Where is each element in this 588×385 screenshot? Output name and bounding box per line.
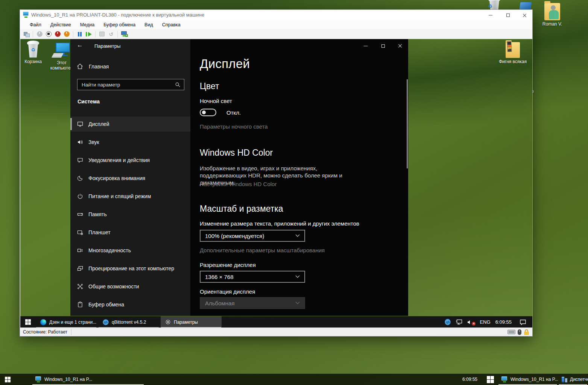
vmconnect-statusbar: Состояние: Работает [20, 327, 532, 336]
host-task-vmconnect[interactable]: Windows_10_R1 на P... [32, 374, 144, 385]
sidebar-item-label: Проецирование на этот компьютер [88, 265, 174, 271]
scale-value: 100% (рекомендуется) [205, 233, 264, 239]
settings-scrollbar[interactable] [407, 79, 408, 168]
lock-icon [524, 329, 529, 335]
settings-close-button[interactable] [394, 42, 406, 50]
scale-label: Изменение размера текста, приложений и д… [200, 220, 359, 227]
storage-icon [77, 211, 83, 217]
sidebar-section-system: Система [77, 99, 100, 105]
host-partial-icon[interactable] [520, 2, 532, 9]
sidebar-item-sound[interactable]: Звук [70, 135, 190, 150]
action-center-icon[interactable] [520, 319, 526, 325]
windows-logo-icon [487, 376, 494, 383]
night-light-toggle[interactable] [200, 109, 216, 116]
vm-clock[interactable]: 6:09:55 [495, 319, 512, 325]
volume-muted-icon[interactable]: ✕ [467, 319, 475, 325]
sidebar-item-shared-experiences[interactable]: Общие возможности [70, 279, 190, 294]
settings-nav: Дисплей Звук Уведомления и действия [70, 117, 190, 315]
sidebar-item-notifications[interactable]: Уведомления и действия [70, 153, 190, 168]
host-task-vmconnect-label: Windows_10_R1 на P... [44, 377, 92, 382]
menu-file[interactable]: Файл [25, 21, 46, 29]
settings-minimize-button[interactable] [360, 42, 372, 50]
host-start-button-2[interactable] [483, 374, 498, 385]
vmconnect-minimize-button[interactable] [485, 12, 496, 19]
mouse-capture-icon[interactable] [518, 329, 521, 335]
vm-recycle-bin-label: Корзина [20, 59, 47, 64]
vm-desktop: ♻ Корзина Этот компьютер Фигня всякая ← … [20, 39, 532, 328]
vmconnect-task-icon [501, 376, 508, 382]
checkpoint-icon[interactable] [99, 31, 105, 38]
revert-icon[interactable]: ↺ [108, 31, 114, 38]
resolution-dropdown[interactable]: 1366 × 768 [200, 271, 305, 283]
language-indicator[interactable]: ENG [480, 319, 490, 325]
scale-heading: Масштаб и разметка [200, 204, 283, 214]
shut-down-icon[interactable] [63, 31, 70, 38]
vm-task-settings[interactable]: Параметры [161, 316, 222, 328]
multitasking-icon [77, 247, 83, 253]
menu-view[interactable]: Вид [140, 21, 158, 29]
host-task-vmconnect-2[interactable]: Windows_10_R1 на P... [498, 374, 558, 385]
vm-task-qbittorrent[interactable]: qb qBittorrent v4.5.2 [98, 316, 159, 328]
scale-dropdown[interactable]: 100% (рекомендуется) [200, 230, 305, 242]
vmconnect-close-button[interactable] [519, 12, 530, 19]
moon-icon [77, 175, 83, 181]
settings-app-title: Параметры [94, 43, 120, 49]
ctrl-alt-del-icon[interactable] [23, 31, 30, 38]
sidebar-item-storage[interactable]: Память [70, 207, 190, 222]
sidebar-item-display[interactable]: Дисплей [70, 117, 190, 132]
advanced-scaling-link[interactable]: Дополнительные параметры масштабирования [200, 247, 325, 253]
turn-off-icon[interactable] [54, 31, 61, 38]
vm-stuff-folder-icon[interactable]: Фигня всякая [498, 42, 527, 64]
sidebar-item-clipboard[interactable]: Буфер обмена [70, 297, 190, 312]
settings-maximize-button[interactable] [377, 42, 389, 50]
host-clock[interactable]: 6:09:55 [457, 374, 483, 385]
search-icon[interactable] [175, 82, 181, 88]
hdr-settings-link[interactable]: Настройки Windows HD Color [200, 181, 277, 187]
back-arrow-icon[interactable]: ← [77, 41, 83, 49]
vm-start-button[interactable] [20, 316, 35, 328]
menu-help[interactable]: Справка [158, 21, 185, 29]
vm-task-edge[interactable]: Дзен и еще 1 страни... [36, 316, 97, 328]
stop-vm-icon[interactable] [45, 31, 52, 38]
resolution-label: Разрешение дисплея [200, 262, 256, 268]
sidebar-item-focus[interactable]: Фокусировка внимания [70, 171, 190, 186]
vm-recycle-bin-icon[interactable]: ♻ Корзина [20, 41, 47, 64]
start-vm-icon[interactable] [36, 31, 43, 38]
color-heading: Цвет [200, 81, 219, 91]
sidebar-item-home[interactable]: Главная [77, 63, 109, 70]
enhanced-session-icon[interactable]: + [121, 31, 128, 38]
sidebar-item-multitasking[interactable]: Многозадачность [70, 243, 190, 258]
sidebar-item-projecting[interactable]: Проецирование на этот компьютер [70, 261, 190, 276]
night-light-settings-link[interactable]: Параметры ночного света [200, 123, 268, 130]
power-icon [77, 193, 83, 199]
sound-icon [77, 139, 83, 145]
keyboard-capture-icon[interactable] [507, 330, 515, 334]
vmconnect-titlebar[interactable]: Windows_10_R1 на PROLIANT-DL380 - подклю… [20, 10, 532, 20]
host-task-vmconnect-2-label: Windows_10_R1 на P... [511, 377, 558, 382]
network-icon[interactable] [456, 319, 462, 325]
host-task-manager[interactable]: Диспетчер [558, 374, 588, 385]
menu-action[interactable]: Действие [46, 21, 76, 29]
vm-stuff-folder-label: Фигня всякая [498, 59, 527, 64]
home-label: Главная [89, 64, 109, 70]
sidebar-item-label: Дисплей [88, 121, 109, 127]
projecting-icon [77, 265, 83, 271]
menu-clipboard[interactable]: Буфер обмена [99, 21, 140, 29]
resume-icon[interactable] [85, 31, 92, 38]
vmconnect-maximize-button[interactable] [502, 12, 514, 19]
host-roman-folder-icon[interactable]: Roman V. [538, 3, 567, 27]
edge-icon [40, 319, 46, 325]
sidebar-item-power[interactable]: Питание и спящий режим [70, 189, 190, 204]
qbittorrent-tray-icon[interactable]: qb [445, 319, 451, 325]
vmconnect-menubar: Файл Действие Медиа Буфер обмена Вид Спр… [20, 20, 532, 29]
vm-task-settings-label: Параметры [174, 320, 198, 325]
sidebar-item-tablet[interactable]: Планшет [70, 225, 190, 240]
host-start-button[interactable] [0, 374, 15, 385]
menu-media[interactable]: Медиа [76, 21, 99, 29]
settings-search-box[interactable] [77, 79, 184, 90]
sidebar-item-label: Фокусировка внимания [88, 175, 145, 181]
search-input[interactable] [81, 82, 175, 88]
tablet-icon [77, 229, 83, 235]
qbittorrent-icon: qb [103, 319, 109, 325]
pause-icon[interactable] [76, 31, 83, 38]
